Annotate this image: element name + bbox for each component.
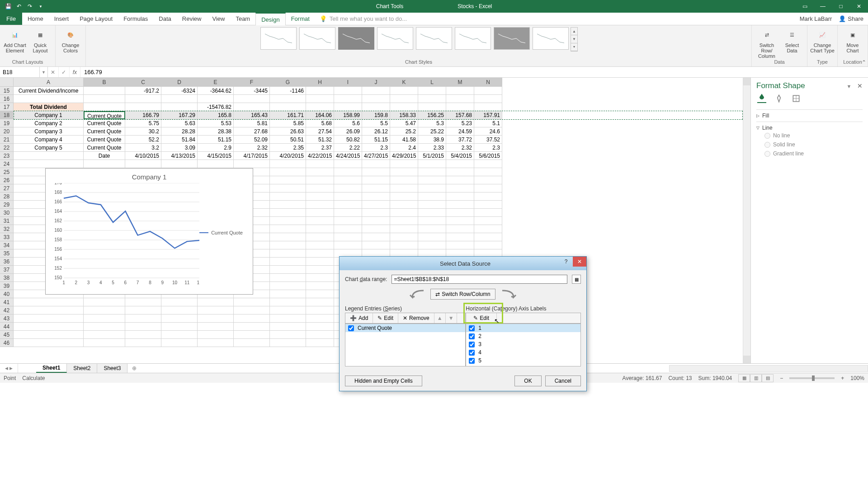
cell[interactable]: 5.23 (446, 119, 474, 127)
cell[interactable] (418, 225, 446, 233)
cell[interactable]: 5.1 (474, 119, 502, 127)
cell[interactable] (161, 314, 198, 323)
column-header-E[interactable]: E (198, 78, 234, 87)
cell[interactable]: 2.4 (390, 144, 418, 152)
cell[interactable]: Date (84, 152, 125, 160)
tab-file[interactable]: File (0, 13, 22, 25)
cell[interactable] (446, 184, 474, 192)
cell[interactable] (362, 233, 390, 241)
cell[interactable]: 41.58 (390, 136, 418, 144)
add-series-button[interactable]: ➕Add (345, 313, 373, 323)
edit-series-button[interactable]: ✎Edit (373, 313, 398, 323)
fill-line-category-icon[interactable] (757, 94, 766, 103)
user-name[interactable]: Mark LaBarr (800, 15, 832, 22)
cell[interactable] (390, 87, 418, 95)
column-header-K[interactable]: K (390, 78, 418, 87)
column-header-G[interactable]: G (270, 78, 306, 87)
page-break-view-icon[interactable]: ▤ (762, 374, 774, 382)
cell[interactable] (161, 103, 198, 111)
cell[interactable] (125, 298, 161, 306)
cancel-button[interactable]: Cancel (545, 375, 581, 386)
cell[interactable] (362, 87, 390, 95)
cell[interactable] (390, 225, 418, 233)
close-pane-icon[interactable]: ✕ (857, 82, 863, 89)
category-item[interactable]: 1 (466, 324, 580, 332)
cell[interactable] (198, 314, 234, 323)
row-header-26[interactable]: 26 (0, 176, 14, 184)
tab-data[interactable]: Data (153, 13, 176, 25)
cell[interactable]: 2.3 (474, 144, 502, 152)
cell[interactable]: 26.12 (362, 127, 390, 136)
row-header-25[interactable]: 25 (0, 168, 14, 176)
cell[interactable]: 161.71 (270, 111, 306, 119)
cell[interactable] (446, 217, 474, 225)
cell[interactable] (334, 217, 362, 225)
no-line-radio[interactable]: No line (756, 131, 863, 140)
sheet-tab-1[interactable]: Sheet1 (36, 364, 67, 373)
cell[interactable] (334, 225, 362, 233)
cell[interactable] (270, 103, 306, 111)
change-chart-type-button[interactable]: 📈 Change Chart Type (810, 26, 835, 53)
cell[interactable]: -15476.82 (198, 103, 234, 111)
cell[interactable] (306, 331, 334, 339)
new-sheet-button[interactable]: ⊕ (127, 364, 141, 373)
cell[interactable]: 5/4/2015 (446, 152, 474, 160)
cell[interactable] (270, 258, 306, 266)
cell[interactable] (161, 160, 198, 168)
remove-series-button[interactable]: ✕Remove (398, 313, 434, 323)
ok-button[interactable]: OK (514, 375, 541, 386)
cell[interactable] (270, 95, 306, 103)
cell[interactable] (270, 225, 306, 233)
cell[interactable] (84, 306, 125, 314)
cell[interactable] (270, 266, 306, 274)
category-checkbox[interactable] (469, 333, 475, 339)
fill-section-header[interactable]: ▷Fill (756, 113, 863, 119)
cell[interactable] (306, 266, 334, 274)
cell[interactable] (390, 95, 418, 103)
tab-formulas[interactable]: Formulas (118, 13, 153, 25)
row-header-23[interactable]: 23 (0, 152, 14, 160)
cell[interactable] (125, 314, 161, 323)
cell[interactable]: 2.9 (198, 144, 234, 152)
cell[interactable]: Current Quote (84, 136, 125, 144)
cell[interactable] (198, 306, 234, 314)
cell[interactable]: 2.33 (418, 144, 446, 152)
cell[interactable] (14, 95, 84, 103)
gradient-line-radio[interactable]: Gradient line (756, 149, 863, 158)
cell[interactable]: 4/24/2015 (334, 152, 362, 160)
cell[interactable]: 51.15 (198, 136, 234, 144)
series-list[interactable]: Current Quote (345, 324, 466, 366)
cell[interactable] (334, 233, 362, 241)
cell[interactable] (334, 192, 362, 201)
cell[interactable] (446, 209, 474, 217)
cell[interactable] (234, 95, 270, 103)
cell[interactable] (474, 241, 502, 249)
cell[interactable] (270, 184, 306, 192)
cell[interactable] (390, 192, 418, 201)
cell[interactable]: Company 2 (14, 119, 84, 127)
cell[interactable] (446, 168, 474, 176)
size-properties-category-icon[interactable] (792, 94, 801, 103)
cell[interactable]: Company 3 (14, 127, 84, 136)
row-header-22[interactable]: 22 (0, 144, 14, 152)
row-header-38[interactable]: 38 (0, 274, 14, 282)
cell[interactable] (306, 160, 334, 168)
cell[interactable] (418, 241, 446, 249)
cell[interactable] (14, 314, 84, 323)
cell[interactable] (474, 184, 502, 192)
tab-view[interactable]: View (207, 13, 230, 25)
category-item[interactable]: 2 (466, 332, 580, 340)
move-up-button[interactable]: ▲ (434, 313, 446, 323)
cell[interactable] (234, 103, 270, 111)
chart-style-6[interactable] (455, 27, 491, 50)
cell[interactable]: 26.09 (334, 127, 362, 136)
cell[interactable] (161, 323, 198, 331)
cell[interactable]: 4/29/2015 (390, 152, 418, 160)
cell[interactable]: 4/20/2015 (270, 152, 306, 160)
cell[interactable]: 25.2 (390, 127, 418, 136)
select-all-cell[interactable] (0, 78, 14, 87)
cell[interactable] (270, 176, 306, 184)
cell[interactable] (161, 298, 198, 306)
cell[interactable] (270, 331, 306, 339)
cell[interactable] (446, 87, 474, 95)
